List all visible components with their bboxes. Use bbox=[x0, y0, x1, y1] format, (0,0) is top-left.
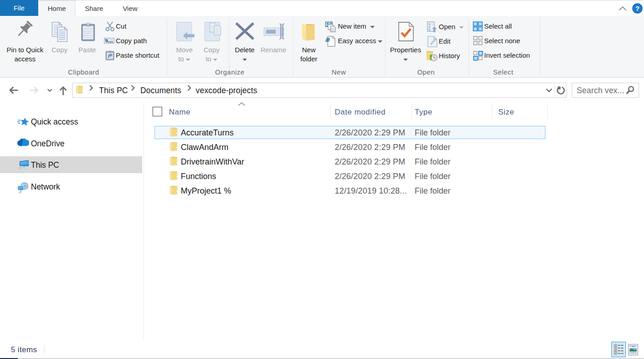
svg-text:?: ? bbox=[635, 5, 639, 12]
